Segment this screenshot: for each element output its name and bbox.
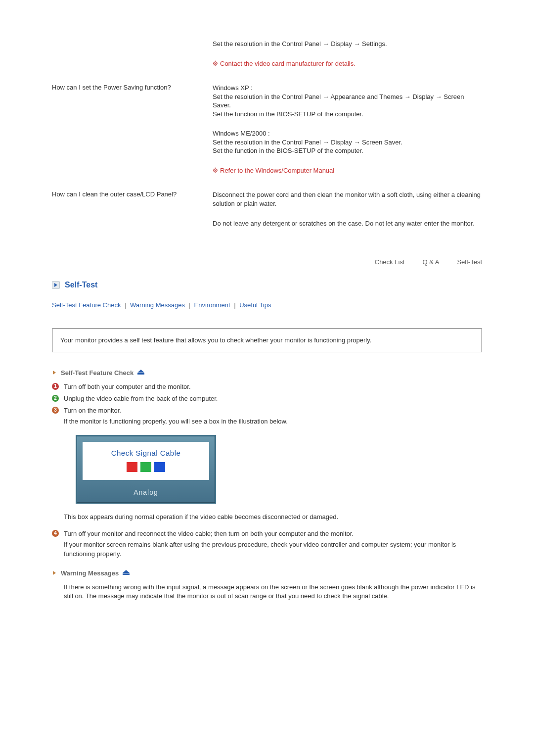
step-item: 4 Turn off your monitor and reconnect th…	[52, 529, 482, 561]
after-illustration-text: This box appears during normal operation…	[64, 513, 482, 521]
qa-answer: Windows XP : Set the resolution in the C…	[213, 84, 482, 186]
steps-list: 1 Turn off both your computer and the mo…	[52, 382, 482, 561]
step-number-icon: 3	[52, 407, 59, 414]
qa-row: Set the resolution in the Control Panel …	[52, 40, 482, 79]
illustration-color-boxes	[83, 462, 209, 472]
qa-row: How can I set the Power Saving function?…	[52, 84, 482, 186]
separator: |	[232, 301, 237, 309]
separator: |	[123, 301, 128, 309]
step-number-icon: 1	[52, 383, 59, 390]
qa-answer-text: Disconnect the power cord and then clean…	[213, 190, 482, 208]
scroll-top-icon[interactable]	[123, 570, 130, 576]
scroll-top-icon[interactable]	[137, 370, 144, 376]
subnav-selftest-feature[interactable]: Self-Test Feature Check	[52, 301, 121, 309]
qa-answer-text: Windows ME/2000 : Set the resolution in …	[213, 129, 482, 155]
qa-question: How can I set the Power Saving function?	[52, 84, 213, 186]
qa-answer: Set the resolution in the Control Panel …	[213, 40, 482, 79]
blue-box-icon	[154, 462, 165, 472]
step-text: Turn off your monitor and reconnect the …	[64, 529, 482, 561]
qa-answer-text: Set the resolution in the Control Panel …	[213, 40, 482, 48]
subsection-header-warning: Warning Messages	[52, 569, 482, 577]
illustration-footer: Analog	[77, 486, 215, 503]
subnav-warning[interactable]: Warning Messages	[130, 301, 185, 309]
separator: |	[187, 301, 192, 309]
qa-answer-text: Do not leave any detergent or scratches …	[213, 219, 482, 228]
subsection-title: Self-Test Feature Check	[61, 369, 134, 377]
arrow-right-icon	[52, 370, 58, 376]
tab-checklist[interactable]: Check List	[375, 258, 405, 266]
note-marker-icon: ※	[213, 60, 220, 67]
section-subnav: Self-Test Feature Check | Warning Messag…	[52, 301, 482, 309]
subsection-header-feature-check: Self-Test Feature Check	[52, 369, 482, 377]
note-marker-icon: ※	[213, 167, 220, 174]
tab-selftest[interactable]: Self-Test	[457, 258, 482, 266]
qa-question	[52, 40, 213, 79]
section-title: Self-Test	[65, 281, 97, 289]
section-tabs: Check List Q & A Self-Test	[52, 258, 482, 266]
subnav-tips[interactable]: Useful Tips	[239, 301, 271, 309]
tab-qa[interactable]: Q & A	[422, 258, 439, 266]
qa-note: ※Contact the video card manufacturer for…	[213, 59, 482, 68]
qa-row: How can I clean the outer case/LCD Panel…	[52, 190, 482, 238]
step-item: 2 Unplug the video cable from the back o…	[52, 394, 482, 403]
step-number-icon: 2	[52, 395, 59, 402]
qa-note: ※Refer to the Windows/Computer Manual	[213, 166, 482, 175]
step-text: Unplug the video cable from the back of …	[64, 394, 482, 403]
step-item: 1 Turn off both your computer and the mo…	[52, 382, 482, 391]
qa-answer-text: Windows XP : Set the resolution in the C…	[213, 84, 482, 118]
step-item: 3 Turn on the monitor. If the monitor is…	[52, 406, 482, 523]
subsection-title: Warning Messages	[61, 569, 119, 577]
arrow-right-icon	[52, 570, 58, 576]
green-box-icon	[140, 462, 151, 472]
red-box-icon	[127, 462, 137, 472]
subnav-environment[interactable]: Environment	[194, 301, 230, 309]
qa-answer: Disconnect the power cord and then clean…	[213, 190, 482, 238]
warning-body: If there is something wrong with the inp…	[52, 583, 482, 601]
illustration-text: Check Signal Cable	[83, 448, 209, 458]
arrow-right-icon	[52, 281, 60, 289]
qa-question: How can I clean the outer case/LCD Panel…	[52, 190, 213, 238]
step-number-icon: 4	[52, 530, 59, 537]
step-text: Turn off both your computer and the moni…	[64, 382, 482, 391]
info-box: Your monitor provides a self test featur…	[52, 329, 482, 352]
illustration-box: Check Signal Cable Analog	[76, 435, 216, 504]
illustration-inner: Check Signal Cable	[83, 442, 209, 480]
step-text: Turn on the monitor. If the monitor is f…	[64, 406, 482, 523]
section-header: Self-Test	[52, 281, 482, 289]
